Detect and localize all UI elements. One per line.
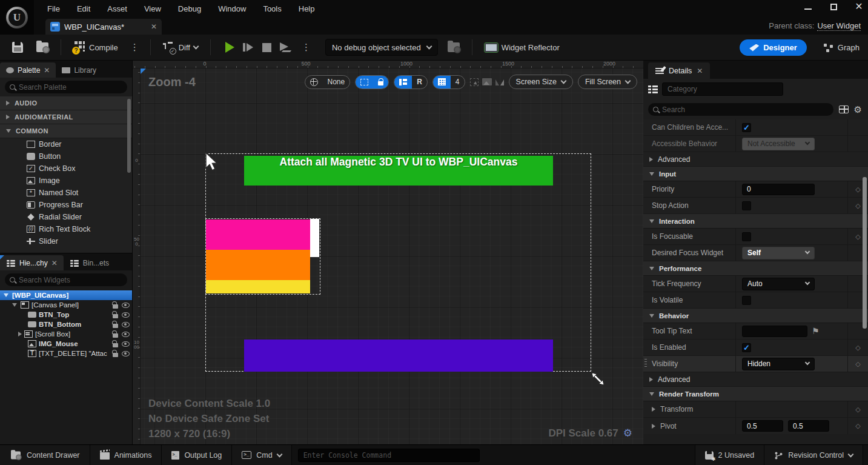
cmd-dropdown[interactable]: >_ Cmd (232, 445, 291, 465)
flip-icon[interactable] (495, 78, 504, 85)
advanced-expander-behavior[interactable]: Advanced (643, 372, 868, 387)
unsaved-button[interactable]: 2 Unsaved (695, 445, 765, 465)
unlock-icon[interactable] (113, 333, 118, 338)
cursor-select-icon[interactable] (470, 78, 479, 86)
tab-bind-widgets[interactable]: Bin...ets (64, 255, 115, 270)
hierarchy-search-input[interactable] (19, 276, 122, 284)
section-interaction[interactable]: Interaction (643, 214, 868, 229)
close-details-tab-icon[interactable]: ✕ (697, 67, 703, 75)
scroll-child-pink[interactable] (206, 219, 310, 250)
compile-button[interactable]: ? Compile (70, 39, 122, 56)
priority-input[interactable] (742, 184, 815, 195)
scroll-child-orange[interactable] (206, 250, 310, 280)
reset-diamond-icon[interactable]: ◇ (847, 340, 868, 355)
menu-asset[interactable]: Asset (99, 1, 136, 17)
debug-object-dropdown[interactable]: No debug object selected (325, 39, 438, 56)
tree-row-txt-delete[interactable]: T [TXT_DELETE] "Attac (0, 349, 132, 358)
play-options-icon[interactable]: ⋮ (299, 42, 313, 53)
menu-debug[interactable]: Debug (170, 1, 210, 17)
fill-screen-dropdown[interactable]: Fill Screen (578, 75, 637, 89)
tree-row-scroll-box[interactable]: [Scroll Box] (0, 329, 132, 339)
advanced-expander-accessibility[interactable]: Advanced (643, 152, 868, 167)
respect-locks-toggle[interactable]: R (412, 76, 427, 89)
visibility-eye-icon[interactable] (122, 332, 130, 337)
palette-item-richtextblock[interactable]: (i)Rich Text Block (0, 223, 132, 235)
widget-scroll-box[interactable] (205, 218, 320, 295)
visibility-dropdown[interactable]: Hidden (742, 358, 815, 370)
details-scrollbar[interactable] (863, 177, 867, 329)
reset-diamond-icon[interactable]: ◇ (847, 401, 868, 417)
visibility-eye-icon[interactable] (122, 303, 130, 308)
output-log-button[interactable]: Output Log (162, 445, 232, 465)
palette-item-button[interactable]: Button (0, 150, 132, 162)
menu-tools[interactable]: Tools (254, 1, 290, 17)
palette-search-input[interactable] (19, 83, 122, 92)
browse-asset-button[interactable] (33, 40, 52, 55)
animations-button[interactable]: Animations (90, 445, 162, 465)
localization-flag-icon[interactable]: ⚑ (812, 326, 820, 336)
tab-hierarchy[interactable]: Hie...chy ✕ (0, 255, 64, 270)
browse-debug-button[interactable] (444, 40, 463, 55)
widget-reflector-button[interactable]: Widget Reflector (481, 41, 563, 55)
is-volatile-checkbox[interactable] (742, 296, 751, 305)
widget-btn-top[interactable]: Attach all Magnetic 3D TV UI to WBP_UICa… (244, 156, 553, 186)
unlock-icon[interactable] (113, 314, 118, 318)
menu-view[interactable]: View (136, 1, 170, 17)
palette-category-common[interactable]: COMMON (0, 124, 132, 138)
scroll-child-yellow[interactable] (206, 280, 310, 293)
palette-item-radialslider[interactable]: Radial Slider (0, 211, 132, 223)
widget-btn-bottom[interactable] (244, 340, 553, 372)
visibility-eye-icon[interactable] (122, 351, 130, 356)
desired-focus-widget-dropdown[interactable]: Self (742, 247, 815, 259)
settings-gear-icon[interactable]: ⚙ (854, 104, 862, 115)
asset-tab-wbp-uicanvas[interactable]: WBP_UICanvas* ✕ (45, 19, 162, 35)
palette-item-slider[interactable]: Slider (0, 235, 132, 247)
frame-skip-icon[interactable] (243, 42, 254, 53)
visibility-eye-icon[interactable] (122, 341, 130, 347)
hierarchy-search[interactable] (5, 273, 127, 286)
late-join-icon[interactable] (280, 42, 291, 52)
palette-item-checkbox[interactable]: ✓Check Box (0, 162, 132, 175)
close-palette-tab-icon[interactable]: ✕ (44, 66, 50, 75)
palette-category-audiomaterial[interactable]: AUDIOMATERIAL (0, 110, 132, 124)
unlock-icon[interactable] (113, 353, 118, 357)
section-input[interactable]: Input (643, 167, 868, 181)
is-focusable-checkbox[interactable] (742, 232, 751, 241)
palette-search[interactable] (5, 81, 127, 93)
menu-window[interactable]: Window (210, 1, 254, 17)
tree-row-btn-bottom[interactable]: BTN_Bottom (0, 319, 132, 329)
menu-edit[interactable]: Edit (68, 1, 99, 17)
maximize-button[interactable] (828, 1, 839, 12)
tree-row-img-mouse[interactable]: IMG_Mouse (0, 339, 132, 349)
tree-row-wbp-uicanvas[interactable]: [WBP_UICanvas] (0, 290, 132, 300)
content-drawer-button[interactable]: Content Drawer (0, 445, 90, 465)
play-icon[interactable] (225, 42, 234, 53)
tab-details[interactable]: Details ✕ (648, 62, 710, 79)
palette-item-image[interactable]: Image (0, 175, 132, 187)
section-performance[interactable]: Performance (643, 261, 868, 276)
save-button[interactable] (8, 39, 27, 55)
graph-mode-button[interactable]: Graph (824, 43, 860, 52)
designer-canvas[interactable]: 0 500 1000 1500 2000 0 500 1000 Zoom -4 … (133, 61, 643, 444)
reset-diamond-icon[interactable]: ◇ (847, 356, 868, 372)
designer-mode-button[interactable]: Designer (740, 39, 807, 56)
display-filter-icon[interactable] (839, 105, 849, 113)
unlock-icon[interactable] (113, 343, 118, 347)
palette-scrollbar[interactable] (127, 99, 131, 173)
tree-row-btn-top[interactable]: BTN_Top (0, 310, 132, 319)
palette-item-namedslot[interactable]: *Named Slot (0, 187, 132, 199)
tab-library[interactable]: Library (56, 62, 102, 78)
category-input[interactable] (662, 82, 783, 96)
screen-size-dropdown[interactable]: Screen Size (509, 75, 573, 89)
reset-diamond-icon[interactable]: ◇ (847, 418, 868, 434)
minimize-button[interactable] (803, 1, 813, 12)
tool-tip-text-input[interactable] (742, 326, 807, 337)
unlock-icon[interactable] (113, 324, 118, 328)
console-command-input[interactable] (298, 449, 480, 462)
stop-icon[interactable] (262, 43, 271, 52)
close-hierarchy-tab-icon[interactable]: ✕ (51, 259, 58, 267)
outline-toggle[interactable] (394, 76, 412, 89)
palette-category-audio[interactable]: AUDIO (0, 96, 132, 110)
details-search[interactable] (648, 103, 833, 116)
diff-button[interactable]: ✓ Diff (159, 39, 202, 55)
